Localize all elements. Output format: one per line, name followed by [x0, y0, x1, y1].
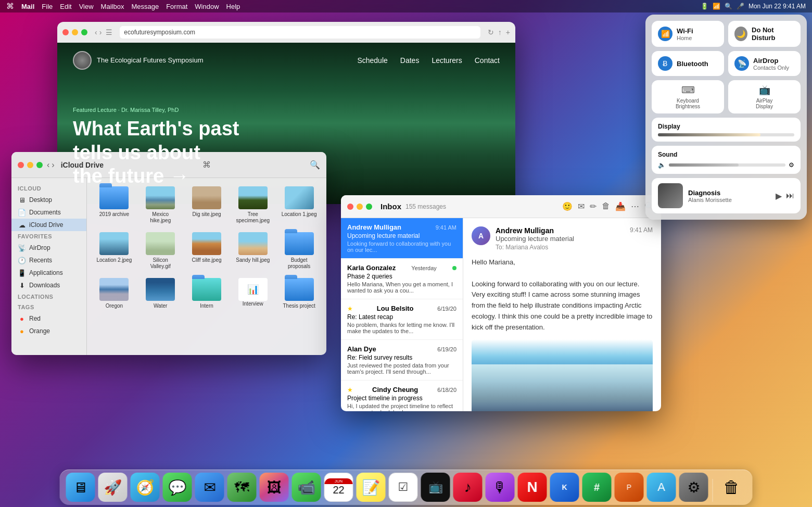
- sidebar-item-airdrop[interactable]: 📡 AirDrop: [11, 242, 86, 254]
- site-menu-contact[interactable]: Contact: [475, 56, 500, 65]
- finder-search-icon[interactable]: 🔍: [310, 160, 320, 170]
- mail-minimize-button[interactable]: [357, 204, 363, 210]
- menu-help[interactable]: Help: [226, 3, 240, 10]
- cc-bluetooth-tile[interactable]: Ƀ Bluetooth: [652, 51, 724, 76]
- sidebar-item-recents[interactable]: 🕐 Recents: [11, 254, 86, 267]
- sidebar-tag-orange[interactable]: ● Orange: [11, 325, 86, 337]
- mail-close-button[interactable]: [347, 204, 353, 210]
- site-menu-lecturers[interactable]: Lecturers: [432, 56, 462, 65]
- mail-item-alan[interactable]: Alan Dye 6/19/20 Re: Field survey result…: [341, 340, 463, 381]
- menu-edit[interactable]: Edit: [60, 3, 71, 10]
- file-item-interview[interactable]: 📊 Interview: [231, 275, 275, 312]
- mail-item-lou[interactable]: ★ Lou Belsito 6/19/20 Re: Latest recap N…: [341, 299, 463, 340]
- file-item-oregon[interactable]: Oregon: [92, 275, 136, 312]
- menu-mail[interactable]: Mail: [21, 3, 34, 10]
- dock-reminders[interactable]: ☑: [389, 473, 418, 502]
- file-item-thesis-project[interactable]: Thesis project: [277, 275, 321, 312]
- dock-news[interactable]: N: [518, 473, 547, 502]
- file-item-location2[interactable]: Location 2.jpeg: [92, 229, 136, 273]
- spotlight-icon[interactable]: 🔍: [725, 3, 732, 10]
- finder-close-button[interactable]: [18, 162, 24, 168]
- dock-facetime[interactable]: 📹: [292, 473, 321, 502]
- sidebar-tag-red[interactable]: ● Red: [11, 312, 86, 325]
- dock-calendar[interactable]: JUN 22: [324, 473, 353, 502]
- mail-compose-icon[interactable]: 🙂: [562, 201, 573, 211]
- file-item-2019-archive[interactable]: 2019 archive: [92, 183, 136, 227]
- menu-view[interactable]: View: [79, 3, 94, 10]
- mail-maximize-button[interactable]: [366, 204, 372, 210]
- dock-photos[interactable]: 🖼: [260, 473, 289, 502]
- cc-airdrop-tile[interactable]: 📡 AirDrop Contacts Only: [728, 51, 801, 76]
- dock-mail[interactable]: ✉: [195, 473, 224, 502]
- music-next-button[interactable]: ⏭: [786, 191, 794, 201]
- file-item-intern[interactable]: Intern: [185, 275, 229, 312]
- dock-apple-tv[interactable]: 📺: [421, 473, 450, 502]
- dock-keynote[interactable]: K: [550, 473, 579, 502]
- site-menu-schedule[interactable]: Schedule: [357, 56, 387, 65]
- dock-numbers[interactable]: #: [582, 473, 612, 502]
- mail-reply-icon[interactable]: ✏: [590, 201, 597, 211]
- cc-keyboard-brightness-tile[interactable]: ⌨ KeyboardBrightness: [652, 80, 724, 113]
- browser-forward-button[interactable]: ›: [99, 28, 102, 36]
- sidebar-item-desktop[interactable]: 🖥 Desktop: [11, 194, 86, 206]
- browser-url-bar[interactable]: ecofuturesymposium.com: [120, 26, 480, 39]
- menu-format[interactable]: Format: [166, 3, 187, 10]
- browser-add-tab[interactable]: +: [506, 28, 510, 36]
- cc-airplay-tile[interactable]: 📺 AirPlayDisplay: [728, 80, 801, 113]
- dock-music[interactable]: ♪: [453, 473, 483, 502]
- file-item-location1[interactable]: Location 1.jpeg: [277, 183, 321, 227]
- sidebar-item-documents[interactable]: 📄 Documents: [11, 206, 86, 219]
- file-item-cliff-site[interactable]: Cliff site.jpeg: [185, 229, 229, 273]
- sound-settings-icon[interactable]: ⚙: [789, 161, 794, 169]
- dock-podcasts[interactable]: 🎙: [486, 473, 515, 502]
- file-item-dig-site[interactable]: Dig site.jpeg: [185, 183, 229, 227]
- cc-dnd-tile[interactable]: 🌙 Do Not Disturb: [728, 21, 801, 47]
- mail-archive-icon[interactable]: 📥: [615, 201, 626, 211]
- apple-menu[interactable]: ⌘: [6, 2, 14, 11]
- cc-wifi-tile[interactable]: 📶 Wi-Fi Home: [652, 21, 724, 47]
- file-item-mexico-hike[interactable]: Mexico hike.jpeg: [138, 183, 183, 227]
- menu-message[interactable]: Message: [131, 3, 159, 10]
- dock-trash[interactable]: 🗑: [717, 473, 746, 502]
- dock-pages[interactable]: P: [615, 473, 644, 502]
- browser-minimize-button[interactable]: [72, 29, 78, 35]
- dock-finder[interactable]: 🖥: [66, 473, 95, 502]
- finder-forward-button[interactable]: ›: [52, 160, 54, 170]
- mail-item-cindy[interactable]: ★ Cindy Cheung 6/18/20 Project timeline …: [341, 381, 463, 411]
- finder-maximize-button[interactable]: [36, 162, 43, 168]
- dock-notes[interactable]: 📝: [357, 473, 386, 502]
- browser-maximize-button[interactable]: [81, 29, 87, 35]
- sidebar-item-applications[interactable]: 📱 Applications: [11, 267, 86, 279]
- sound-slider[interactable]: [669, 163, 785, 167]
- dock-app-store[interactable]: A: [647, 473, 676, 502]
- siri-icon[interactable]: 🎤: [737, 3, 744, 10]
- dock-launchpad[interactable]: 🚀: [98, 473, 128, 502]
- sidebar-item-downloads[interactable]: ⬇ Downloads: [11, 279, 86, 291]
- dock-safari[interactable]: 🧭: [131, 473, 160, 502]
- sidebar-toggle[interactable]: ☰: [106, 28, 112, 36]
- finder-back-button[interactable]: ‹: [47, 160, 49, 170]
- file-item-silicon-valley[interactable]: Silicon Valley.gif: [138, 229, 183, 273]
- mail-new-message-icon[interactable]: ✉: [578, 201, 585, 211]
- browser-refresh[interactable]: ↻: [488, 28, 494, 36]
- display-slider[interactable]: [658, 133, 794, 136]
- file-item-budget[interactable]: Budget proposals: [277, 229, 321, 273]
- menu-window[interactable]: Window: [195, 3, 219, 10]
- music-play-button[interactable]: ▶: [776, 191, 782, 201]
- mail-item-andrew[interactable]: Andrew Mulligan 9:41 AM Upcoming lecture…: [341, 218, 463, 259]
- finder-minimize-button[interactable]: [27, 162, 33, 168]
- browser-share[interactable]: ↑: [498, 28, 502, 36]
- browser-back-button[interactable]: ‹: [95, 28, 97, 36]
- mail-delete-icon[interactable]: 🗑: [602, 201, 610, 211]
- dock-system-preferences[interactable]: ⚙: [679, 473, 708, 502]
- browser-close-button[interactable]: [62, 29, 69, 35]
- dock-maps[interactable]: 🗺: [227, 473, 257, 502]
- mail-item-karla[interactable]: Karla Gonzalez Yesterday Phase 2 queries…: [341, 259, 463, 299]
- mail-folder-icon[interactable]: ⋯: [631, 201, 639, 211]
- sidebar-item-icloud-drive[interactable]: ☁ iCloud Drive: [11, 219, 86, 231]
- dock-messages[interactable]: 💬: [163, 473, 192, 502]
- menu-mailbox[interactable]: Mailbox: [101, 3, 124, 10]
- file-item-water[interactable]: Water: [138, 275, 183, 312]
- menu-file[interactable]: File: [42, 3, 53, 10]
- site-menu-dates[interactable]: Dates: [400, 56, 420, 65]
